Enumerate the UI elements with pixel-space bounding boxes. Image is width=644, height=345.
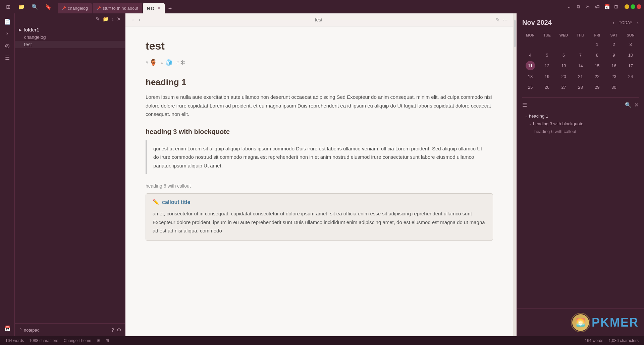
cal-day-24[interactable]: 24 — [626, 72, 635, 81]
tag-3[interactable]: # ❄ — [176, 59, 185, 66]
outline-list-icon[interactable]: ☰ — [522, 102, 527, 108]
file-tree-content: ▶ folder1 changelog test — [15, 25, 125, 323]
editor-content[interactable]: test # 🏺 # 🧊 # ❄ heading 1 Lorem ipsum e… — [125, 26, 513, 336]
back-button[interactable]: ‹ — [131, 16, 135, 23]
tag-icon[interactable]: 🏷 — [594, 3, 601, 10]
forward-button[interactable]: › — [137, 16, 142, 23]
cal-header-tue: TUE — [539, 32, 555, 39]
editor-scrollbar[interactable] — [513, 13, 517, 336]
cal-day-4[interactable]: 4 — [526, 50, 535, 60]
calendar-icon[interactable]: 📅 — [603, 3, 610, 10]
status-theme-icon[interactable]: ☀ — [97, 338, 100, 343]
table-icon[interactable]: ⊞ — [612, 3, 620, 10]
cal-day-15[interactable]: 15 — [592, 61, 602, 70]
calendar-section: Nov 2024 ‹ TODAY › MON TUE WED THU FRI S… — [517, 13, 644, 97]
outline-item-heading3[interactable]: ⌄ heading 3 with blockquote — [522, 120, 639, 128]
outline-item-heading6[interactable]: heading 6 with callout — [522, 128, 639, 135]
folder-arrow-icon: ▶ — [19, 28, 21, 32]
calendar-next-button[interactable]: › — [637, 20, 639, 25]
split-view-icon[interactable]: ⧉ — [575, 3, 582, 10]
sort-icon[interactable]: ↕ — [112, 16, 114, 22]
bookmark-icon[interactable]: 🔖 — [43, 1, 54, 12]
tab-changelog[interactable]: 📌 changelog — [58, 3, 92, 13]
cal-day-5[interactable]: 5 — [542, 50, 552, 60]
close-button[interactable]: × — [637, 4, 641, 9]
status-change-theme[interactable]: Change Theme — [63, 338, 91, 343]
cal-day-19[interactable]: 19 — [542, 72, 552, 81]
outline-item-heading1[interactable]: ⌄ heading 1 — [522, 112, 639, 120]
settings-icon[interactable]: ⚙ — [117, 327, 121, 333]
status-layout-icon[interactable]: ⊞ — [106, 338, 109, 343]
cal-day-3[interactable]: 3 — [626, 40, 635, 49]
tree-file-test[interactable]: test — [15, 41, 125, 48]
help-icon[interactable]: ? — [111, 327, 114, 333]
close-panel-icon[interactable]: ✕ — [117, 16, 121, 22]
new-folder-icon[interactable]: 📁 — [103, 16, 109, 22]
dropdown-icon[interactable]: ⌄ — [566, 3, 573, 10]
cal-day-2[interactable]: 2 — [609, 40, 619, 49]
tab-pin-icon2: 📌 — [97, 6, 101, 10]
tag-2[interactable]: # 🧊 — [161, 59, 172, 66]
cal-day-30[interactable]: 30 — [609, 82, 619, 92]
tab-stuff-label: stuff to think about — [103, 6, 138, 11]
cal-day-20[interactable]: 20 — [559, 72, 569, 81]
activity-graph-icon[interactable]: ◎ — [2, 40, 13, 51]
new-note-icon[interactable]: ✎ — [96, 16, 100, 22]
cal-header-wed: WED — [556, 32, 572, 39]
cal-header-sat: SAT — [606, 32, 622, 39]
scrollbar-thumb[interactable] — [514, 20, 516, 47]
tab-stuff[interactable]: 📌 stuff to think about — [93, 3, 142, 13]
files-icon[interactable]: 📁 — [16, 1, 27, 12]
cal-day-21[interactable]: 21 — [576, 72, 585, 81]
cal-day-25[interactable]: 25 — [526, 82, 535, 92]
cal-day-1[interactable]: 1 — [592, 40, 602, 49]
cal-day-6[interactable]: 6 — [559, 50, 569, 60]
cal-day-23[interactable]: 23 — [609, 72, 619, 81]
cal-day-17[interactable]: 17 — [626, 61, 635, 70]
edit-button[interactable]: ✎ — [495, 17, 500, 23]
cal-day-11[interactable]: 11 — [526, 61, 535, 70]
cal-day-27[interactable]: 27 — [559, 82, 569, 92]
calendar-header: Nov 2024 ‹ TODAY › — [522, 19, 639, 26]
outline-close-icon[interactable]: ✕ — [634, 102, 639, 108]
activity-pages-icon[interactable]: ☰ — [2, 52, 13, 63]
minimize-button[interactable]: − — [625, 4, 629, 9]
scissors-icon[interactable]: ✂ — [584, 3, 592, 10]
add-tab-button[interactable]: + — [165, 4, 175, 13]
cal-day-13[interactable]: 13 — [559, 61, 569, 70]
cal-day-9[interactable]: 9 — [609, 50, 619, 60]
titlebar-right: ⌄ ⧉ ✂ 🏷 📅 ⊞ − □ × — [566, 3, 641, 10]
cal-day-16[interactable]: 16 — [609, 61, 619, 70]
search-icon[interactable]: 🔍 — [30, 1, 40, 12]
cal-day-8[interactable]: 8 — [592, 50, 602, 60]
more-button[interactable]: ⋯ — [502, 17, 508, 23]
outline-search-icon[interactable]: 🔍 — [625, 102, 632, 108]
tree-file-changelog[interactable]: changelog — [15, 33, 125, 41]
titlebar-controls: ⊞ 📁 🔍 🔖 — [3, 1, 54, 12]
activity-calendar-icon[interactable]: 📅 — [2, 323, 13, 334]
cal-day-22[interactable]: 22 — [592, 72, 602, 81]
cal-day-18[interactable]: 18 — [526, 72, 535, 81]
activity-search-icon[interactable]: › — [2, 28, 13, 39]
tab-close-icon[interactable]: ✕ — [157, 6, 161, 10]
tree-folder1[interactable]: ▶ folder1 — [15, 26, 125, 33]
cal-header-thu: THU — [573, 32, 589, 39]
tab-test[interactable]: test ✕ — [143, 3, 165, 13]
outline-section: ☰ 🔍 ✕ ⌄ heading 1 ⌄ heading 3 with block… — [517, 98, 644, 308]
tag-1[interactable]: # 🏺 — [146, 59, 157, 66]
sidebar-toggle-icon[interactable]: ⊞ — [3, 1, 13, 12]
callout-body: amet, consectetur ut in consequat. cupid… — [153, 209, 486, 235]
maximize-button[interactable]: □ — [631, 4, 635, 9]
calendar-prev-button[interactable]: ‹ — [612, 20, 614, 25]
activity-files-icon[interactable]: 📄 — [2, 16, 13, 27]
cal-day-10[interactable]: 10 — [626, 50, 635, 60]
status-right-chars: 1,086 characters — [609, 338, 639, 343]
cal-day-7[interactable]: 7 — [576, 50, 585, 60]
calendar-today-button[interactable]: TODAY — [617, 20, 634, 26]
cal-day-29[interactable]: 29 — [592, 82, 602, 92]
cal-day-12[interactable]: 12 — [542, 61, 552, 70]
cal-day-28[interactable]: 28 — [576, 82, 585, 92]
cal-day-26[interactable]: 26 — [542, 82, 552, 92]
notepad-label[interactable]: ⌃ notepad — [19, 328, 40, 333]
cal-day-14[interactable]: 14 — [576, 61, 585, 70]
